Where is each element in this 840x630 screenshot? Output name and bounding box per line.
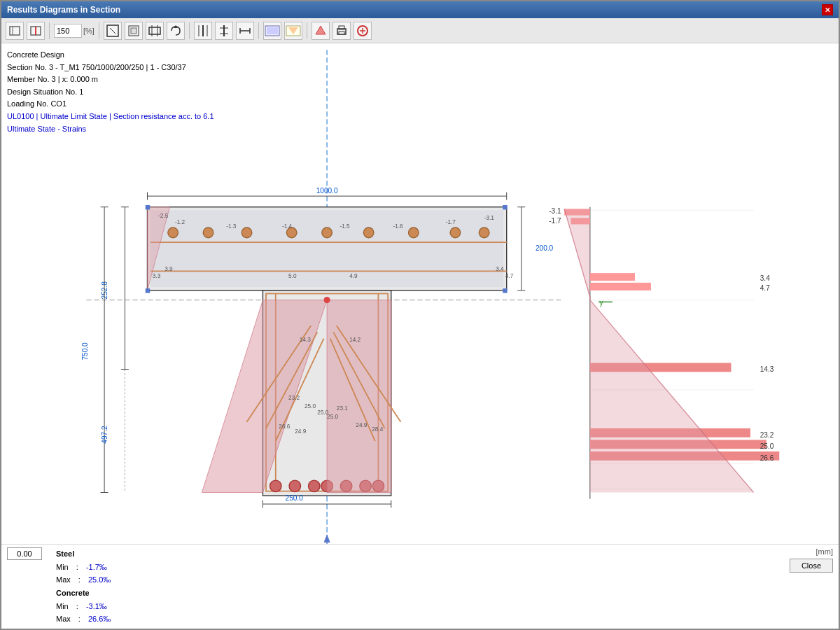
- profile-val-4: 4.7: [760, 284, 770, 292]
- min-concrete-val: -3.1‰: [86, 600, 107, 613]
- min-steel-label: Min: [56, 561, 69, 574]
- strain-fl-1: -2.5: [158, 213, 169, 219]
- sep2: [99, 22, 99, 39]
- corner-marker-bl: [146, 288, 150, 293]
- rebar-8: [450, 227, 461, 238]
- rotate-button[interactable]: [167, 22, 185, 40]
- strain-fl-b4: 4.9: [349, 273, 358, 279]
- fit-button[interactable]: [146, 22, 164, 40]
- main-window: Results Diagrams in Section ✕ [%]: [0, 0, 840, 630]
- profile-val-8: 26.6: [760, 454, 774, 462]
- strain-web-1: 14.3: [300, 337, 311, 343]
- strain-fl-4: -1.4: [282, 223, 293, 230]
- window-title: Results Diagrams in Section: [7, 5, 120, 15]
- max-concrete-label: Max: [56, 612, 71, 626]
- strain-fl-b2: 3.9: [164, 266, 173, 272]
- strain-fl-5: -1.5: [340, 223, 350, 230]
- corner-marker-br: [503, 288, 507, 293]
- dimension-btn[interactable]: [236, 22, 254, 40]
- info-line3: Member No. 3 | x: 0.000 m: [7, 74, 214, 86]
- content-area: Concrete Design Section No. 3 - T_M1 750…: [1, 43, 839, 544]
- results-btn1[interactable]: [263, 22, 281, 40]
- strain-web-11: 28.4: [372, 426, 383, 433]
- strain-fl-3: -1.3: [226, 223, 237, 230]
- zoom-group: [%]: [54, 24, 94, 38]
- mode2-button[interactable]: [27, 22, 45, 40]
- profile-val-1: -3.1: [549, 207, 561, 215]
- navigate-btn[interactable]: [312, 22, 330, 40]
- section-btn1[interactable]: [194, 22, 212, 40]
- min-concrete-label: Min: [56, 600, 69, 613]
- sep1: [49, 22, 50, 39]
- info-line6: UL0100 | Ultimate Limit State | Section …: [7, 111, 214, 123]
- info-line7: Ultimate State - Strains: [7, 123, 214, 136]
- dim-web-h-label: 750.0: [81, 342, 89, 360]
- bot-rebar-3: [309, 480, 320, 491]
- stats-panel: Steel Min : -1.7‰ Max : 25.0‰ Concrete M…: [56, 547, 111, 626]
- sep4: [258, 22, 259, 39]
- zoom-window-button[interactable]: [104, 22, 122, 40]
- zoom-input[interactable]: [54, 24, 82, 38]
- strain-fl-b6: 4.7: [505, 273, 514, 279]
- rebar-7: [409, 227, 419, 238]
- strain-fl-8: -3.1: [484, 215, 495, 221]
- mode1-button[interactable]: [6, 22, 24, 40]
- svg-rect-7: [131, 28, 136, 34]
- toolbar: [%]: [1, 18, 839, 43]
- strain-fl-7: -1.7: [446, 219, 456, 225]
- strain-web-3: 23.2: [288, 395, 300, 401]
- info-line1: Concrete Design: [7, 49, 214, 62]
- strain-web-8: 26.6: [279, 424, 290, 430]
- neutral-axis-marker: [324, 297, 330, 303]
- rebar-5: [322, 227, 332, 238]
- section-btn2[interactable]: [215, 22, 233, 40]
- zoom-unit: [%]: [83, 27, 94, 35]
- strain-fl-b1: 3.3: [153, 273, 161, 279]
- info-line4: Design Situation No. 1: [7, 86, 214, 99]
- strain-web-6: 25.0: [327, 414, 338, 420]
- export-btn[interactable]: [354, 22, 372, 40]
- profile-val-2: -1.7: [549, 217, 561, 225]
- strain-web-10: 24.9: [356, 422, 367, 428]
- corner-marker-tr: [503, 205, 507, 209]
- title-bar: Results Diagrams in Section ✕: [1, 1, 839, 18]
- sep5: [307, 22, 307, 39]
- max-steel-colon: :: [76, 573, 83, 587]
- strain-fl-6: -1.6: [393, 223, 404, 230]
- strain-fl-b5: 3.4: [496, 266, 504, 272]
- profile-bar-pos1: [590, 273, 635, 281]
- min-steel-colon: :: [74, 561, 80, 574]
- concrete-label: Concrete: [56, 587, 90, 600]
- strain-web-2: 14.2: [349, 337, 360, 343]
- profile-val-6: 23.2: [760, 431, 774, 439]
- strain-web-7: 23.1: [337, 405, 348, 412]
- dim-web-partial-label: 497.2: [101, 426, 108, 444]
- max-concrete-colon: :: [76, 612, 83, 626]
- svg-marker-25: [316, 26, 326, 34]
- strain-fl-b3: 5.0: [288, 273, 297, 279]
- print-btn[interactable]: [332, 22, 351, 40]
- pan-button[interactable]: [125, 22, 143, 40]
- svg-rect-22: [267, 27, 278, 34]
- profile-val-7: 25.0: [760, 442, 774, 450]
- close-icon[interactable]: ✕: [822, 4, 833, 15]
- rebar-2: [203, 227, 214, 238]
- svg-rect-28: [339, 31, 344, 34]
- strain-fl-2: -1.2: [175, 219, 186, 225]
- close-button[interactable]: Close: [790, 559, 833, 573]
- dim-top-label: 1000.0: [316, 187, 338, 195]
- rebar-6: [363, 227, 374, 238]
- strain-tension-right: [327, 300, 391, 493]
- min-concrete-colon: :: [74, 600, 80, 613]
- profile-val-5: 14.3: [760, 365, 774, 373]
- bot-rebar-1: [270, 480, 281, 491]
- strain-web-9: 24.9: [295, 428, 306, 435]
- corner-marker-tl: [146, 205, 150, 209]
- svg-rect-8: [149, 27, 160, 34]
- info-line5: Loading No. CO1: [7, 98, 214, 111]
- results-btn2[interactable]: [284, 22, 302, 40]
- max-steel-val: 25.0‰: [88, 573, 111, 587]
- canvas[interactable]: Concrete Design Section No. 3 - T_M1 750…: [1, 43, 839, 544]
- unit-label: [mm]: [816, 547, 833, 556]
- min-steel-val: -1.7‰: [86, 561, 107, 574]
